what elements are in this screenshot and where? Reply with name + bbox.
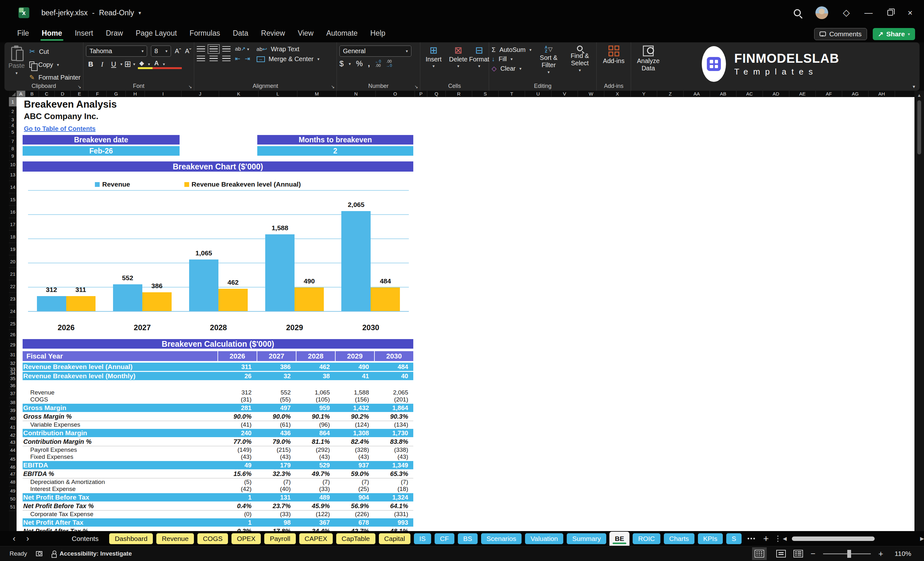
delete-cells-button[interactable]: ⊠ Delete ▾	[448, 45, 470, 82]
close-button[interactable]: ×	[908, 9, 912, 17]
minimize-button[interactable]: —	[864, 9, 873, 17]
ribbon-tab-help[interactable]: Help	[365, 26, 390, 41]
row-header-39[interactable]: 39	[9, 406, 16, 414]
row-header-22[interactable]: 22	[9, 280, 16, 292]
column-header-J[interactable]: J	[182, 91, 219, 97]
zoom-level[interactable]: 110%	[891, 550, 911, 558]
sheet-tab-is[interactable]: IS	[414, 533, 431, 544]
column-header-S[interactable]: S	[472, 91, 499, 97]
increase-decimal-button[interactable]: ←0.00	[375, 60, 381, 68]
column-header-Y[interactable]: Y	[631, 91, 657, 97]
ribbon-tab-view[interactable]: View	[292, 26, 318, 41]
ribbon-tab-home[interactable]: Home	[37, 26, 67, 41]
row-header-3[interactable]: 3	[9, 116, 16, 123]
currency-format-button[interactable]: $	[339, 59, 344, 68]
premium-diamond-icon[interactable]: ◇	[843, 8, 850, 17]
row-header-1[interactable]: 1	[9, 97, 16, 106]
underline-button[interactable]: U	[109, 60, 118, 69]
sheet-tab-cogs[interactable]: COGS	[197, 533, 228, 544]
more-sheets-icon[interactable]	[748, 538, 755, 539]
column-header-AC[interactable]: AC	[736, 91, 763, 97]
percent-format-button[interactable]: %	[356, 59, 363, 68]
autosum-button[interactable]: ΣAutoSum▾	[492, 46, 531, 54]
column-header-D[interactable]: D	[55, 91, 70, 97]
ribbon-tab-insert[interactable]: Insert	[70, 26, 98, 41]
format-cells-button[interactable]: ⊟ Format ▾	[472, 45, 486, 82]
sheet-tab-be[interactable]: BE	[609, 532, 630, 546]
column-header-A[interactable]: A	[16, 91, 26, 97]
row-header-31[interactable]: 31	[9, 350, 16, 359]
alignment-dialog-launcher[interactable]: ↘	[331, 84, 334, 89]
chevron-down-icon[interactable]: ▾	[120, 62, 123, 66]
sheet-tab-summary[interactable]: Summary	[566, 533, 606, 544]
column-header-W[interactable]: W	[578, 91, 604, 97]
number-dialog-launcher[interactable]: ↘	[414, 84, 418, 89]
chevron-down-icon[interactable]: ▾	[163, 62, 165, 66]
addins-button[interactable]: Add-ins	[599, 45, 628, 82]
horizontal-scrollbar-thumb[interactable]	[792, 537, 874, 541]
row-header-48[interactable]: 48	[9, 478, 16, 486]
row-header-46[interactable]: 46	[9, 463, 16, 471]
align-top-button[interactable]	[197, 46, 205, 52]
clipboard-dialog-launcher[interactable]: ↘	[77, 84, 81, 89]
column-header-P[interactable]: P	[415, 91, 427, 97]
ribbon-tab-page-layout[interactable]: Page Layout	[130, 26, 182, 41]
sheet-tab-dashboard[interactable]: Dashboard	[109, 533, 153, 544]
row-header-10[interactable]: 10	[9, 161, 16, 168]
clear-button[interactable]: ◇Clear▾	[492, 64, 531, 72]
sheet-tab-charts[interactable]: Charts	[663, 533, 695, 544]
sheet-tab-s[interactable]: S	[726, 533, 742, 544]
grow-font-button[interactable]: Aˆ	[175, 48, 181, 55]
row-header-16[interactable]: 16	[9, 206, 16, 218]
scroll-up-arrow-icon[interactable]: ▲	[915, 91, 924, 98]
row-header-49[interactable]: 49	[9, 486, 16, 495]
column-header-X[interactable]: X	[604, 91, 631, 97]
borders-button[interactable]: ⊞	[124, 59, 132, 69]
column-header-N[interactable]: N	[336, 91, 376, 97]
column-header-C[interactable]: C	[39, 91, 55, 97]
column-header-H[interactable]: H	[126, 91, 145, 97]
column-header-G[interactable]: G	[106, 91, 126, 97]
sheet-tab-bs[interactable]: BS	[458, 533, 478, 544]
column-header-AD[interactable]: AD	[763, 91, 789, 97]
sheet-tab-roic[interactable]: ROIC	[632, 533, 661, 544]
worksheet[interactable]: Breakeven Analysis ABC Company Inc. Go t…	[16, 97, 915, 531]
row-header-9[interactable]: 9	[9, 151, 16, 161]
chevron-down-icon[interactable]: ▾	[133, 62, 135, 66]
row-header-34[interactable]: 34	[9, 371, 16, 375]
row-header-5[interactable]: 5	[9, 128, 16, 136]
column-header-AB[interactable]: AB	[710, 91, 736, 97]
row-header-25[interactable]: 25	[9, 317, 16, 330]
column-header-AA[interactable]: AA	[684, 91, 710, 97]
scroll-right-arrow-icon[interactable]: ▶	[920, 536, 924, 542]
wrap-text-button[interactable]: ab↩ Wrap Text	[256, 45, 320, 53]
column-header-T[interactable]: T	[499, 91, 525, 97]
align-middle-button[interactable]	[210, 46, 218, 52]
row-header-45[interactable]: 45	[9, 454, 16, 463]
column-header-AG[interactable]: AG	[842, 91, 868, 97]
share-button[interactable]: ↗ Share ▾	[873, 28, 915, 40]
comments-button[interactable]: Comments	[814, 28, 867, 40]
copy-button[interactable]: Copy▾	[29, 61, 81, 69]
zoom-slider-thumb[interactable]	[847, 550, 851, 558]
row-header-19[interactable]: 19	[9, 243, 16, 255]
column-header-Z[interactable]: Z	[657, 91, 684, 97]
collapse-ribbon-icon[interactable]: ▾	[912, 84, 915, 90]
column-header-B[interactable]: B	[26, 91, 39, 97]
sheet-tab-kpis[interactable]: KPIs	[698, 533, 723, 544]
decrease-indent-button[interactable]: ⇤	[235, 55, 240, 62]
sheet-tab-valuation[interactable]: Valuation	[525, 533, 564, 544]
sheet-tab-payroll[interactable]: Payroll	[264, 533, 296, 544]
sort-filter-button[interactable]: AZ▽ Sort & Filter ▾	[535, 45, 562, 82]
row-header-47[interactable]: 47	[9, 471, 16, 478]
bold-button[interactable]: B	[86, 60, 96, 69]
ribbon-tab-formulas[interactable]: Formulas	[184, 26, 225, 41]
row-headers[interactable]: 1234578910131415161718192021222324252629…	[9, 97, 16, 531]
row-header-18[interactable]: 18	[9, 231, 16, 243]
accessibility-status[interactable]: Accessibility: Investigate	[51, 550, 132, 557]
sheet-tab-capital[interactable]: Capital	[379, 533, 411, 544]
chevron-down-icon[interactable]: ▾	[349, 62, 351, 66]
ribbon-tab-file[interactable]: File	[12, 26, 34, 41]
sheet-tab-captable[interactable]: CapTable	[336, 533, 376, 544]
row-header-4[interactable]: 4	[9, 123, 16, 128]
